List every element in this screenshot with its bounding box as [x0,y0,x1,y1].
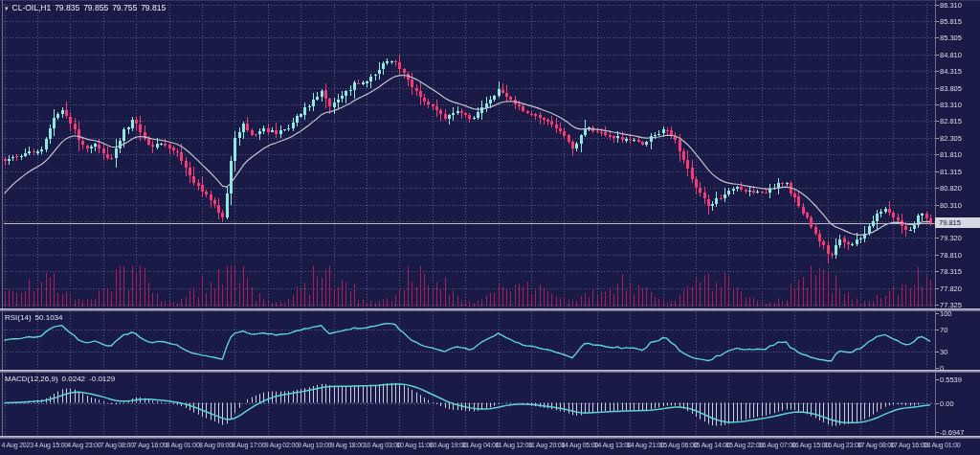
macd-axis-label: 0.00 [940,399,954,408]
time-axis-label: 14 Aug 13:00 [594,442,632,448]
pane-separator-rsi[interactable] [0,308,980,311]
price-axis-label: 80.820 [940,184,962,193]
time-axis-label: 8 Aug 01:00 [167,442,200,448]
time-axis-label: 14 Aug 21:00 [627,442,664,448]
time-axis-label: 8 Aug 09:00 [199,442,233,448]
symbol-ohlc-readout: ▾CL-OIL,H179.83579.85579.75579.815 [5,3,169,12]
time-axis-label: 11 Aug 12:00 [496,442,532,448]
symbol-marker-icon[interactable]: ▾ [5,5,9,11]
price-axis-label: 80.310 [940,201,962,210]
pane-separator-macd[interactable] [0,370,980,373]
time-axis-label: 4 Aug 15:00 [34,442,68,448]
price-axis-label: 78.315 [940,267,962,276]
rsi-axis-label: 70 [940,326,947,334]
chart-canvas[interactable] [0,0,980,455]
price-axis-label: 81.315 [940,168,962,176]
time-axis-label: 11 Aug 04:00 [462,442,499,448]
price-axis-label: 78.810 [940,251,962,260]
rsi-value: 50.1034 [35,313,63,322]
time-axis-label: 18 Aug 01:00 [924,442,961,448]
time-axis-label: 10 Aug 19:00 [430,442,467,448]
macd-value-signal: -0.0129 [89,375,115,383]
price-axis-label: 83.310 [940,101,962,109]
price-axis-label: 81.810 [940,150,962,159]
macd-indicator-label: MACD(12,26,9)0.0242-0.0129 [5,375,119,383]
time-axis-label: 4 Aug 23:00 [67,442,100,448]
current-price-tag: 79.815 [935,217,980,228]
current-price-value: 79.815 [939,218,961,227]
chart-top-border [0,0,980,1]
price-axis-label: 86.310 [940,1,962,10]
time-axis-label: 11 Aug 20:00 [528,442,565,448]
time-axis-label: 17 Aug 16:00 [890,442,927,448]
price-axis-label: 77.325 [940,301,962,309]
ohlc-high: 79.855 [83,3,108,12]
time-axis-label: 7 Aug 16:00 [133,442,167,448]
time-axis-label: 16 Aug 15:00 [791,442,829,448]
time-axis-label: 9 Aug 18:00 [331,442,365,448]
price-axis-label: 85.815 [940,17,962,26]
time-axis-label: 17 Aug 08:00 [858,442,895,448]
price-axis-label: 77.820 [940,284,962,293]
price-axis-label: 82.305 [940,134,962,143]
price-axis-label: 82.815 [940,117,962,125]
ohlc-open: 79.835 [55,3,79,12]
time-axis-label: 4 Aug 2023 [2,442,33,448]
time-axis-label: 7 Aug 08:00 [100,442,134,448]
macd-axis-label: -0.6947 [940,428,964,437]
time-axis-label: 16 Aug 23:00 [825,442,862,448]
time-axis-label: 15 Aug 22:00 [725,442,763,448]
ohlc-low: 79.755 [112,3,137,12]
rsi-name: RSI(14) [5,313,32,322]
rsi-axis-label: 30 [940,348,947,356]
ohlc-close: 79.815 [141,3,166,12]
macd-name: MACD(12,26,9) [5,375,58,383]
price-axis-label: 84.810 [940,51,962,59]
time-axis-label: 10 Aug 11:00 [396,442,433,448]
price-axis-label: 85.305 [940,34,962,42]
rsi-axis-label: 0 [940,364,944,373]
time-axis-label: 10 Aug 03:00 [364,442,401,448]
time-axis-label: 15 Aug 06:00 [660,442,698,448]
rsi-indicator-label: RSI(14)50.1034 [5,313,66,322]
time-axis-label: 14 Aug 05:00 [561,442,598,448]
time-axis-label: 8 Aug 17:00 [232,442,265,448]
time-axis-label: 9 Aug 02:00 [265,442,299,448]
macd-value-main: 0.0242 [62,375,85,383]
price-axis-label: 79.320 [940,234,962,242]
time-axis-label: 9 Aug 10:00 [298,442,331,448]
trading-chart-window: ▾CL-OIL,H179.83579.85579.75579.815 RSI(1… [0,0,980,455]
pane-separator-time[interactable] [0,436,980,439]
symbol-timeframe: CL-OIL,H1 [12,3,52,12]
macd-axis-label: 0.5539 [940,375,962,384]
price-axis-label: 83.805 [940,84,962,93]
rsi-axis-label: 100 [940,309,952,318]
price-axis-label: 84.315 [940,67,962,76]
time-axis-label: 15 Aug 14:00 [693,442,730,448]
time-axis-label: 16 Aug 07:00 [759,442,796,448]
